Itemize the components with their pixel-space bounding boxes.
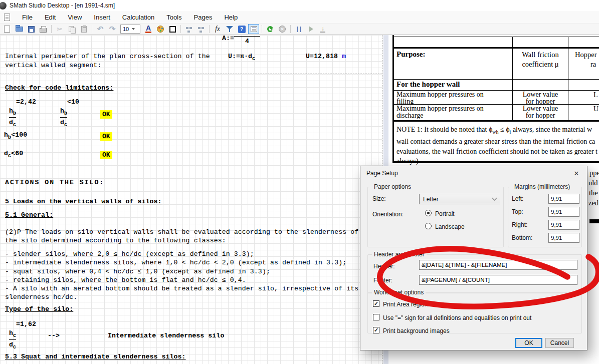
print-area-regions-label[interactable]: Print Area regions — [383, 301, 431, 308]
text-region[interactable]: vertical walled segment: — [5, 62, 101, 69]
document-icon[interactable] — [4, 14, 10, 21]
margin-left-input[interactable] — [548, 194, 579, 204]
redo-button[interactable]: ↷ — [107, 24, 118, 34]
table-cell: U — [593, 105, 599, 113]
pause-button[interactable] — [293, 24, 304, 34]
heading-actions[interactable]: ACTIONS ON THE SILO: — [5, 179, 104, 186]
landscape-radio[interactable] — [425, 223, 432, 229]
menu-calculation[interactable]: Calculation — [122, 14, 154, 21]
align-horizontal-icon — [186, 26, 192, 33]
list-item[interactable]: - A silo with an aerated bottom should b… — [5, 285, 358, 292]
help-book-button[interactable]: ? — [236, 24, 247, 34]
formula-u-result[interactable]: U=12,818 m — [306, 51, 346, 60]
text-region[interactable]: (2)P The loads on silo vertical walls sh… — [5, 228, 358, 236]
filter-button[interactable] — [224, 24, 235, 34]
text-region[interactable]: Internal perimeter of the plan cross-sec… — [5, 53, 210, 60]
align-vertical-button[interactable] — [195, 24, 207, 34]
type-result-text[interactable]: Intermediate slenderness silo — [108, 332, 224, 339]
title-bar: SMath Studio Desktop - [en 1991-4.sm] — [0, 0, 599, 11]
refresh-icon — [267, 26, 273, 32]
footer-input[interactable] — [419, 275, 577, 285]
align-horizontal-button[interactable] — [183, 24, 194, 34]
border-button[interactable] — [167, 24, 178, 34]
margin-bottom-input[interactable] — [548, 233, 579, 243]
step-down-button[interactable]: ↓ — [317, 24, 328, 34]
copy-icon — [69, 26, 75, 33]
undo-button[interactable]: ↶ — [95, 24, 106, 34]
landscape-radio-label[interactable]: Landscape — [435, 223, 465, 230]
clipped-text-fragment: uld — [588, 179, 598, 187]
cancel-button[interactable]: Cancel — [545, 338, 574, 348]
formula-lhs: A:= — [222, 35, 234, 42]
dialog-title: Page Setup — [366, 170, 398, 177]
text-region[interactable]: the silo determined according to the fol… — [5, 237, 226, 244]
print-button[interactable] — [38, 24, 49, 34]
menu-view[interactable]: View — [68, 14, 82, 21]
save-button[interactable] — [26, 24, 37, 34]
menu-help[interactable]: Help — [224, 14, 238, 21]
copy-button[interactable] — [66, 24, 77, 34]
list-item[interactable]: slenderness hc/dc. — [5, 293, 77, 301]
portrait-radio[interactable] — [425, 210, 432, 216]
toolbar-separator — [92, 25, 92, 33]
use-equals-sign-label[interactable]: Use "=" sign for all definitions and equ… — [383, 314, 531, 321]
close-button[interactable]: ✕ — [570, 168, 583, 178]
formula-check1-limit[interactable]: hbdc<10 — [60, 98, 79, 127]
play-button[interactable] — [305, 24, 316, 34]
menu-tools[interactable]: Tools — [166, 14, 181, 21]
menu-edit[interactable]: Edit — [45, 14, 56, 21]
use-equals-sign-checkbox[interactable] — [373, 314, 379, 320]
table-cell: Lower value for hopper — [513, 105, 568, 119]
list-item[interactable]: - slender silos, where 2,0 ≤ hc/dc (exce… — [5, 250, 254, 258]
heading-general[interactable]: 5.1 General: — [5, 211, 53, 219]
font-size-select[interactable]: 10 — [120, 25, 140, 34]
print-icon — [40, 28, 47, 33]
formula-u-definition[interactable]: U:=π·dc — [228, 51, 255, 62]
clipped-text-fragment: ppe — [589, 169, 599, 177]
size-label: Size: — [372, 195, 386, 202]
ok-button[interactable]: OK — [515, 338, 542, 348]
formula-type[interactable]: hcdc=1,62 — [9, 320, 36, 349]
heading-loads[interactable]: 5 Loads on the vertical walls of silos: — [5, 198, 162, 205]
menu-insert[interactable]: Insert — [94, 14, 110, 21]
new-document-button[interactable] — [2, 24, 13, 34]
font-size-value: 10 — [123, 26, 129, 32]
formula-check2[interactable]: hb<100 — [4, 131, 27, 140]
palette-icon — [157, 26, 164, 33]
paste-button[interactable] — [78, 24, 89, 34]
list-item[interactable]: - intermediate slenderness silos, where … — [5, 259, 346, 266]
formula-check1[interactable]: hbdc=2,42 — [9, 98, 36, 127]
font-color-icon: A — [145, 25, 151, 33]
header-input[interactable] — [419, 260, 577, 270]
formula-check3[interactable]: dc<60 — [4, 150, 23, 159]
recalculate-button[interactable] — [265, 24, 276, 34]
table-border — [392, 120, 599, 122]
stop-button[interactable]: ✕ — [277, 24, 288, 34]
list-item[interactable]: - retaining silos, where the bottom is f… — [5, 276, 246, 284]
heading-squat[interactable]: 5.3 Squat and intermediate slenderness s… — [5, 353, 186, 360]
toolbar-separator — [290, 25, 291, 33]
print-background-images-checkbox[interactable]: ✓ — [373, 327, 379, 333]
side-panel-toggle-button[interactable] — [248, 24, 259, 34]
list-item[interactable]: - squat silos, where 0,4 < hc/dc ≤ 1,0 (… — [5, 268, 270, 275]
function-button[interactable]: fx — [212, 24, 223, 34]
app-icon — [0, 2, 7, 10]
formula-area-partial[interactable]: A:=4 — [222, 33, 260, 45]
portrait-radio-label[interactable]: Portrait — [435, 210, 455, 217]
print-area-regions-checkbox[interactable]: ✓ — [373, 300, 379, 307]
menu-pages[interactable]: Pages — [194, 14, 213, 21]
heading-code-limitations[interactable]: Check for code limitations: — [5, 84, 113, 92]
margin-right-input[interactable] — [548, 220, 579, 230]
heading-type-of-silo[interactable]: Type of the silo: — [5, 305, 73, 313]
help-book-icon: ? — [238, 26, 246, 33]
cut-button[interactable]: ✂ — [54, 24, 65, 34]
font-color-button[interactable]: A — [143, 24, 154, 34]
pause-icon — [297, 27, 301, 32]
u-result-unit: m — [342, 53, 346, 60]
paper-size-select[interactable]: Letter — [419, 194, 500, 204]
open-button[interactable] — [14, 24, 25, 34]
palette-button[interactable] — [155, 24, 166, 34]
print-background-images-label[interactable]: Print background images — [383, 327, 450, 334]
menu-file[interactable]: File — [22, 14, 33, 21]
margin-top-input[interactable] — [548, 207, 579, 217]
